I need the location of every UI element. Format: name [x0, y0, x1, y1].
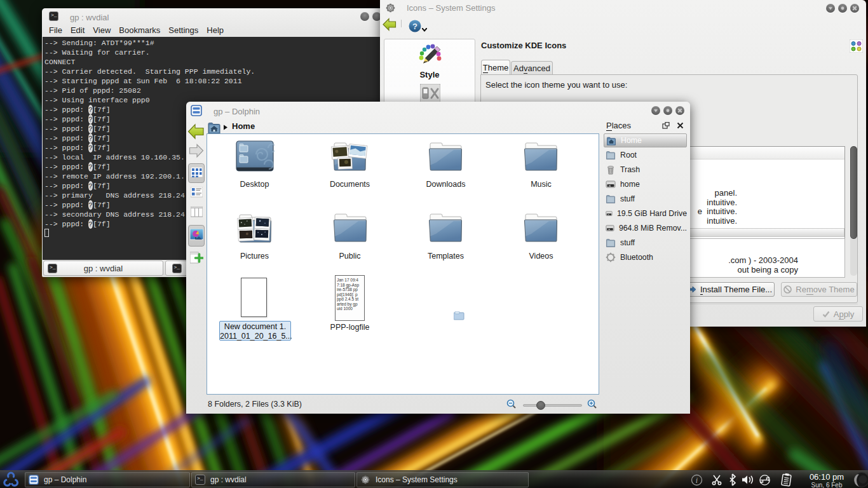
svg-text:i: i — [696, 476, 698, 485]
svg-text:?: ? — [412, 22, 417, 31]
